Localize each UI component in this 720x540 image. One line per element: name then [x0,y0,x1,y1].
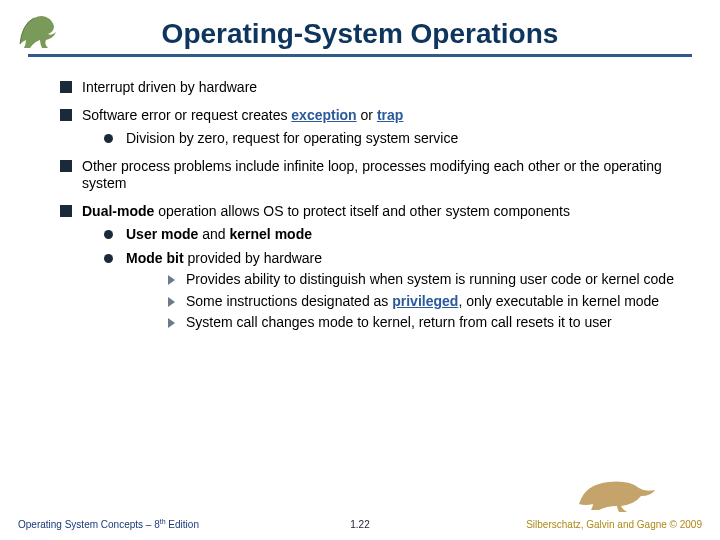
text: Software error or request creates [82,107,291,123]
bullet-l1: Interrupt driven by hardware [60,79,690,97]
keyword-exception: exception [291,107,356,123]
text: and [198,226,229,242]
text: operation allows OS to protect itself an… [154,203,570,219]
keyword-privileged: privileged [392,293,458,309]
bullet-l1: Software error or request creates except… [60,107,690,148]
keyword-trap: trap [377,107,403,123]
dinosaur-icon-top [14,6,74,50]
slide: Operating-System Operations Interrupt dr… [0,0,720,540]
text: Interrupt driven by hardware [82,79,257,95]
dinosaur-icon-bottom [575,472,660,512]
slide-body: Interrupt driven by hardware Software er… [0,57,720,332]
keyword-mode-bit: Mode bit [126,250,184,266]
text: , only executable in kernel mode [458,293,659,309]
text: Division by zero, request for operating … [126,130,458,146]
text: Provides ability to distinguish when sys… [186,271,674,287]
bullet-l3: System call changes mode to kernel, retu… [168,314,690,332]
bullet-l3: Some instructions designated as privileg… [168,293,690,311]
keyword-kernel-mode: kernel mode [230,226,312,242]
slide-title: Operating-System Operations [0,18,720,50]
bullet-l1: Other process problems include infinite … [60,158,690,193]
bullet-l3: Provides ability to distinguish when sys… [168,271,690,289]
text: Some instructions designated as [186,293,392,309]
bullet-l2: Division by zero, request for operating … [104,130,690,148]
text: provided by hardware [184,250,323,266]
text: System call changes mode to kernel, retu… [186,314,612,330]
keyword-user-mode: User mode [126,226,198,242]
footer-credits: Silberschatz, Galvin and Gagne © 2009 [526,519,702,530]
header: Operating-System Operations [0,0,720,57]
keyword-dual-mode: Dual-mode [82,203,154,219]
bullet-l2: Mode bit provided by hardware Provides a… [104,250,690,332]
text: or [357,107,377,123]
bullet-l2: User mode and kernel mode [104,226,690,244]
text: Other process problems include infinite … [82,158,662,192]
title-underline [28,54,692,57]
bullet-l1: Dual-mode operation allows OS to protect… [60,203,690,332]
